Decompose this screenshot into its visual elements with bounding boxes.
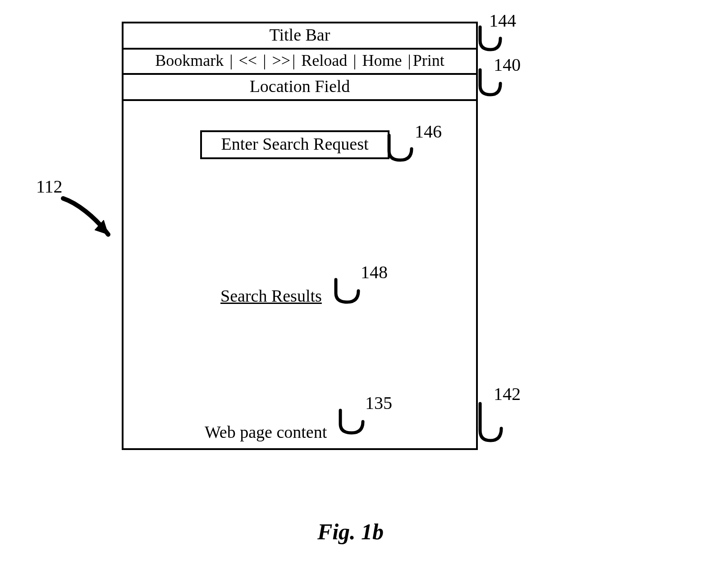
lead-hook-146: [387, 135, 423, 165]
search-input[interactable]: Enter Search Request: [200, 130, 389, 159]
lead-hook-144: [478, 27, 509, 54]
title-bar: Title Bar: [124, 23, 476, 50]
bookmark-button[interactable]: Bookmark: [154, 51, 225, 69]
figure-caption: Fig. 1b: [0, 519, 701, 545]
search-placeholder: Enter Search Request: [221, 134, 368, 153]
separator: |: [407, 51, 412, 69]
separator: |: [262, 51, 267, 69]
separator: |: [291, 51, 296, 69]
reload-button[interactable]: Reload: [300, 51, 348, 69]
back-button[interactable]: <<: [238, 51, 258, 69]
location-field[interactable]: Location Field: [124, 75, 476, 101]
home-button[interactable]: Home: [361, 51, 403, 69]
forward-button[interactable]: >>: [271, 51, 291, 69]
ref-content: 142: [494, 383, 521, 404]
content-area: Enter Search Request Search Results Web …: [124, 101, 476, 448]
search-results-link[interactable]: Search Results: [220, 286, 322, 306]
separator: |: [352, 51, 357, 69]
location-field-label: Location Field: [250, 77, 350, 96]
toolbar: Bookmark | << | >>| Reload | Home |Print: [124, 50, 476, 75]
separator: |: [229, 51, 234, 69]
lead-arrow-112: [59, 194, 131, 253]
diagram-stage: Title Bar Bookmark | << | >>| Reload | H…: [0, 0, 701, 588]
lead-hook-140: [478, 70, 509, 99]
print-button[interactable]: Print: [412, 51, 445, 69]
lead-hook-142: [478, 404, 509, 444]
lead-hook-135: [338, 410, 374, 437]
lead-hook-148: [334, 280, 370, 307]
browser-window: Title Bar Bookmark | << | >>| Reload | H…: [122, 22, 478, 450]
title-bar-text: Title Bar: [270, 25, 330, 44]
web-page-content-label: Web page content: [205, 422, 327, 442]
